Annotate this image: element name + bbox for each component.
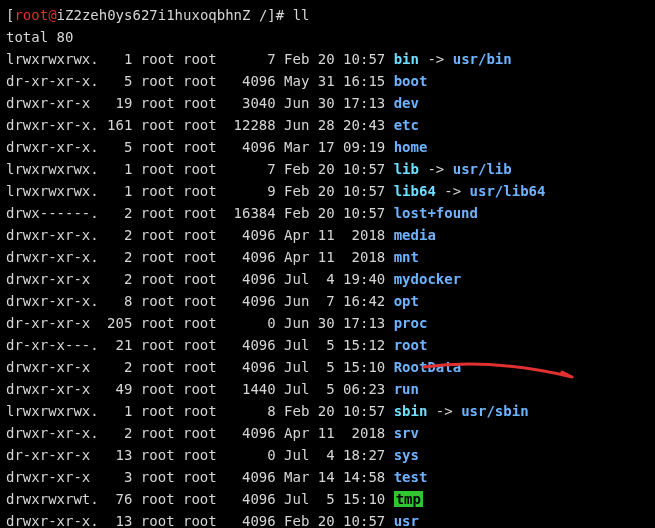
owner: root (141, 378, 183, 400)
arrow-icon: -> (436, 403, 453, 419)
filename: home (394, 139, 428, 155)
group: root (183, 422, 225, 444)
permissions: drwxr-xr-x (6, 356, 99, 378)
size: 7 (225, 48, 276, 70)
group: root (183, 312, 225, 334)
owner: root (141, 48, 183, 70)
date: Jul 5 15:12 (276, 334, 386, 356)
date: Jun 28 20:43 (276, 114, 386, 136)
list-item: drwxr-xr-x19 rootroot3040Jun 30 17:13 de… (6, 92, 649, 114)
date: Jun 7 16:42 (276, 290, 386, 312)
list-item: lrwxrwxrwx.1 rootroot7Feb 20 10:57 bin -… (6, 48, 649, 70)
size: 4096 (225, 136, 276, 158)
links-count: 2 (99, 202, 133, 224)
date: Apr 11 2018 (276, 224, 386, 246)
date: Feb 20 10:57 (276, 400, 386, 422)
group: root (183, 268, 225, 290)
date: Feb 20 10:57 (276, 158, 386, 180)
size: 4096 (225, 466, 276, 488)
links-count: 76 (99, 488, 133, 510)
permissions: drwxr-xr-x. (6, 510, 99, 528)
list-item: dr-xr-xr-x205 rootroot0Jun 30 17:13 proc (6, 312, 649, 334)
links-count: 3 (99, 466, 133, 488)
list-item: drwxr-xr-x2 rootroot4096Jul 5 15:10 Root… (6, 356, 649, 378)
list-item: drwxr-xr-x2 rootroot4096Jul 4 19:40 mydo… (6, 268, 649, 290)
filename: usr (394, 513, 419, 528)
list-item: dr-xr-xr-x.5 rootroot4096May 31 16:15 bo… (6, 70, 649, 92)
owner: root (141, 158, 183, 180)
permissions: drwxr-xr-x (6, 466, 99, 488)
list-item: drwxr-xr-x.5 rootroot4096Mar 17 09:19 ho… (6, 136, 649, 158)
group: root (183, 290, 225, 312)
size: 1440 (225, 378, 276, 400)
link-target: usr/lib (453, 161, 512, 177)
group: root (183, 92, 225, 114)
permissions: drwxr-xr-x (6, 378, 99, 400)
owner: root (141, 114, 183, 136)
total-line: total 80 (6, 26, 649, 48)
links-count: 161 (99, 114, 133, 136)
group: root (183, 70, 225, 92)
prompt-host: iZ2zeh0ys627i1huxoqbhnZ (57, 7, 251, 23)
filename: sys (394, 447, 419, 463)
links-count: 5 (99, 70, 133, 92)
links-count: 2 (99, 422, 133, 444)
links-count: 19 (99, 92, 133, 114)
filename: bin (394, 51, 419, 67)
filename: root (394, 337, 428, 353)
filename: lib64 (394, 183, 436, 199)
date: Jun 30 17:13 (276, 312, 386, 334)
group: root (183, 400, 225, 422)
links-count: 8 (99, 290, 133, 312)
command: ll (293, 7, 310, 23)
filename: media (394, 227, 436, 243)
group: root (183, 224, 225, 246)
list-item: lrwxrwxrwx.1 rootroot9Feb 20 10:57 lib64… (6, 180, 649, 202)
size: 8 (225, 400, 276, 422)
links-count: 5 (99, 136, 133, 158)
links-count: 13 (99, 444, 133, 466)
date: Jul 5 15:10 (276, 488, 386, 510)
size: 7 (225, 158, 276, 180)
links-count: 2 (99, 356, 133, 378)
group: root (183, 488, 225, 510)
group: root (183, 466, 225, 488)
date: Feb 20 10:57 (276, 180, 386, 202)
date: Feb 20 10:57 (276, 510, 386, 528)
permissions: lrwxrwxrwx. (6, 48, 99, 70)
permissions: dr-xr-xr-x. (6, 70, 99, 92)
owner: root (141, 70, 183, 92)
owner: root (141, 356, 183, 378)
group: root (183, 356, 225, 378)
prompt-user: root (14, 7, 48, 23)
owner: root (141, 400, 183, 422)
links-count: 21 (99, 334, 133, 356)
links-count: 13 (99, 510, 133, 528)
group: root (183, 158, 225, 180)
links-count: 1 (99, 158, 133, 180)
permissions: drwx------. (6, 202, 99, 224)
size: 4096 (225, 488, 276, 510)
size: 9 (225, 180, 276, 202)
owner: root (141, 202, 183, 224)
owner: root (141, 92, 183, 114)
filename: opt (394, 293, 419, 309)
permissions: lrwxrwxrwx. (6, 158, 99, 180)
links-count: 2 (99, 224, 133, 246)
date: Jul 5 15:10 (276, 356, 386, 378)
arrow-icon: -> (427, 51, 444, 67)
owner: root (141, 224, 183, 246)
size: 12288 (225, 114, 276, 136)
permissions: dr-xr-xr-x (6, 312, 99, 334)
date: Feb 20 10:57 (276, 48, 386, 70)
date: Apr 11 2018 (276, 246, 386, 268)
size: 0 (225, 312, 276, 334)
group: root (183, 444, 225, 466)
date: Mar 14 14:58 (276, 466, 386, 488)
filename: RootData (394, 359, 461, 375)
link-target: usr/sbin (461, 403, 528, 419)
list-item: drwxr-xr-x.8 rootroot4096Jun 7 16:42 opt (6, 290, 649, 312)
group: root (183, 510, 225, 528)
date: Jul 4 18:27 (276, 444, 386, 466)
list-item: lrwxrwxrwx.1 rootroot8Feb 20 10:57 sbin … (6, 400, 649, 422)
